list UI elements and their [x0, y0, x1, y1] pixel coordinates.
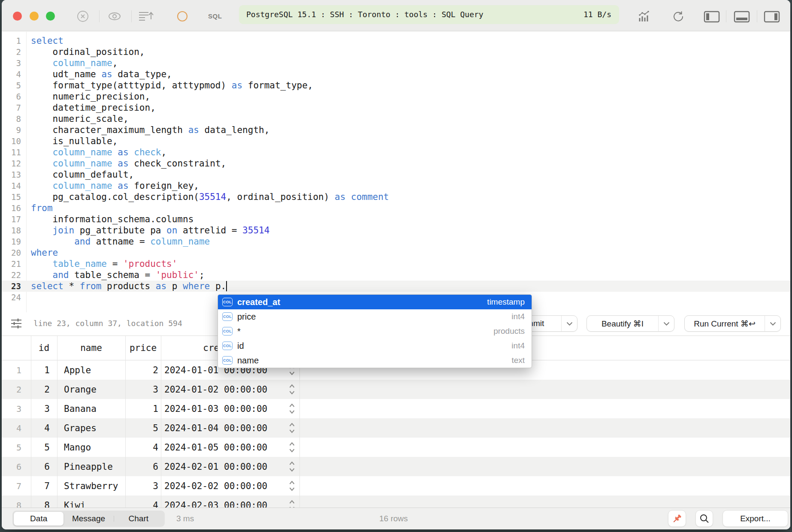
panel-right-icon[interactable] [764, 11, 780, 23]
export-button[interactable]: Export... [722, 510, 788, 527]
datetime-stepper-icon[interactable] [289, 402, 295, 415]
cell-created_at[interactable]: 2024-02-01 00:00:00 [161, 457, 299, 476]
cell-name[interactable]: Mango [57, 438, 125, 457]
cell-name[interactable]: Banana [57, 399, 125, 418]
editor-line[interactable]: 15 pg_catalog.col_description(35514, ord… [2, 191, 790, 203]
tab-message[interactable]: Message [63, 512, 113, 526]
editor-line[interactable]: 21 table_name = 'products' [2, 258, 790, 269]
cell-created_at[interactable]: 2024-02-02 00:00:00 [161, 476, 299, 496]
cell-created_at[interactable]: 2024-02-03 00:00:00 [161, 496, 299, 508]
cell-price[interactable]: 4 [125, 496, 161, 508]
table-row[interactable]: 22Orange32024-01-02 00:00:00 [2, 380, 790, 399]
panel-bottom-icon[interactable] [734, 11, 750, 23]
cell-price[interactable]: 3 [125, 380, 161, 399]
cell-price[interactable]: 1 [125, 399, 161, 418]
eye-icon[interactable] [108, 11, 121, 21]
cell-name[interactable]: Apple [57, 360, 125, 380]
panel-left-icon[interactable] [704, 11, 720, 23]
editor-line[interactable]: 6 numeric_precision, [2, 91, 790, 102]
table-row[interactable]: 77Strawberry32024-02-02 00:00:00 [2, 476, 790, 496]
autocomplete-item[interactable]: COLpriceint4 [218, 309, 532, 324]
cell-name[interactable]: Strawberry [57, 476, 125, 496]
cell-price[interactable]: 2 [125, 360, 161, 380]
beautify-dropdown-chevron[interactable] [658, 316, 674, 331]
editor-line[interactable]: 16from [2, 203, 790, 214]
table-row[interactable]: 44Grapes52024-01-04 00:00:00 [2, 418, 790, 438]
column-header-price[interactable]: price [125, 336, 161, 360]
autocomplete-item[interactable]: COLcreated_attimestamp [218, 295, 532, 309]
autocomplete-item[interactable]: COL*products [218, 324, 532, 339]
editor-line[interactable]: 14 column_name as foreign_key, [2, 180, 790, 191]
connection-title-bar[interactable]: PostgreSQL 15.1 : SSH : Toronto : tools … [239, 5, 619, 24]
editor-line[interactable]: 5 format_type(atttypid, atttypmod) as fo… [2, 80, 790, 91]
sliders-icon[interactable] [10, 317, 22, 329]
editor-line[interactable]: 22 and table_schema = 'public'; [2, 269, 790, 281]
editor-line[interactable]: 9 character_maximum_length as data_lengt… [2, 124, 790, 136]
editor-line[interactable]: 23select * from products as p where p. [2, 281, 790, 292]
editor-line[interactable]: 20where [2, 247, 790, 258]
datetime-stepper-icon[interactable] [289, 383, 295, 396]
editor-line[interactable]: 17 information_schema.columns [2, 214, 790, 225]
datetime-stepper-icon[interactable] [289, 460, 295, 473]
cell-created_at[interactable]: 2024-01-05 00:00:00 [161, 438, 299, 457]
datetime-stepper-icon[interactable] [289, 441, 295, 454]
table-row[interactable]: 66Pineapple62024-02-01 00:00:00 [2, 457, 790, 476]
cell-name[interactable]: Grapes [57, 418, 125, 438]
editor-line[interactable]: 10 is_nullable, [2, 136, 790, 147]
beautify-button[interactable]: Beautify ⌘I [586, 315, 674, 332]
zoom-window-button[interactable] [46, 12, 55, 21]
editor-line[interactable]: 2 ordinal_position, [2, 46, 790, 57]
cell-created_at[interactable]: 2024-01-03 00:00:00 [161, 399, 299, 418]
cell-id[interactable]: 3 [31, 399, 57, 418]
editor-line[interactable]: 7 datetime_precision, [2, 102, 790, 113]
cell-price[interactable]: 3 [125, 476, 161, 496]
commit-dropdown-chevron[interactable] [561, 316, 577, 331]
cell-id[interactable]: 7 [31, 476, 57, 496]
sql-editor[interactable]: 1select2 ordinal_position,3 column_name,… [2, 32, 790, 312]
chart-icon[interactable] [638, 10, 652, 24]
datetime-stepper-icon[interactable] [289, 421, 295, 435]
close-circle-icon[interactable] [77, 10, 89, 22]
cell-price[interactable]: 5 [125, 418, 161, 438]
cell-id[interactable]: 1 [31, 360, 57, 380]
run-dropdown-chevron[interactable] [765, 316, 780, 331]
cell-id[interactable]: 6 [31, 457, 57, 476]
cell-name[interactable]: Kiwi [57, 496, 125, 508]
cell-created_at[interactable]: 2024-01-02 00:00:00 [161, 380, 299, 399]
editor-line[interactable]: 12 column_name as check_constraint, [2, 158, 790, 169]
pin-button[interactable] [668, 510, 686, 527]
cell-id[interactable]: 5 [31, 438, 57, 457]
cell-price[interactable]: 4 [125, 438, 161, 457]
editor-line[interactable]: 1select [2, 35, 790, 46]
minimize-window-button[interactable] [30, 12, 39, 21]
column-header-name[interactable]: name [57, 336, 125, 360]
record-circle-icon[interactable] [177, 11, 188, 22]
datetime-stepper-icon[interactable] [289, 499, 295, 508]
close-window-button[interactable] [13, 12, 22, 21]
run-current-button[interactable]: Run Current ⌘↩ [684, 315, 781, 332]
tab-chart[interactable]: Chart [114, 512, 163, 526]
datetime-stepper-icon[interactable] [289, 479, 295, 493]
editor-line[interactable]: 13 column_default, [2, 169, 790, 180]
refresh-icon[interactable] [672, 10, 684, 22]
autocomplete-item[interactable]: COLidint4 [218, 339, 532, 353]
search-button[interactable] [695, 510, 713, 527]
column-header-id[interactable]: id [31, 336, 57, 360]
editor-line[interactable]: 4 udt_name as data_type, [2, 69, 790, 80]
cell-price[interactable]: 6 [125, 457, 161, 476]
editor-line[interactable]: 8 numeric_scale, [2, 113, 790, 124]
editor-line[interactable]: 11 column_name as check, [2, 147, 790, 158]
table-row[interactable]: 55Mango42024-01-05 00:00:00 [2, 438, 790, 457]
cell-created_at[interactable]: 2024-01-04 00:00:00 [161, 418, 299, 438]
cell-id[interactable]: 8 [31, 496, 57, 508]
editor-line[interactable]: 3 column_name, [2, 57, 790, 69]
autocomplete-item[interactable]: COLnametext [218, 353, 532, 368]
cell-name[interactable]: Orange [57, 380, 125, 399]
tab-data[interactable]: Data [14, 512, 63, 526]
cell-name[interactable]: Pineapple [57, 457, 125, 476]
table-row[interactable]: 88Kiwi42024-02-03 00:00:00 [2, 496, 790, 508]
cell-id[interactable]: 4 [31, 418, 57, 438]
cell-id[interactable]: 2 [31, 380, 57, 399]
table-row[interactable]: 33Banana12024-01-03 00:00:00 [2, 399, 790, 418]
editor-line[interactable]: 18 join pg_attribute pa on attrelid = 35… [2, 225, 790, 236]
